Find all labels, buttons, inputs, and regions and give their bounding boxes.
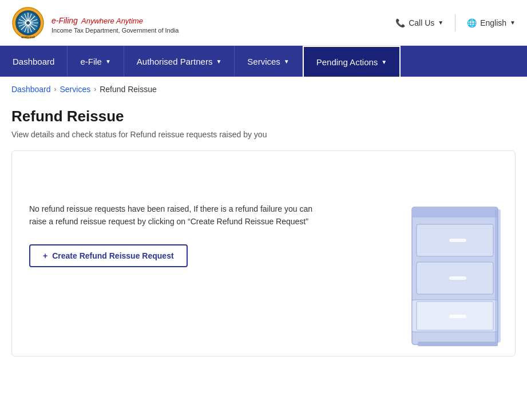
call-us-chevron-icon: ▼ <box>438 19 443 26</box>
logo-title: e-Filing Anywhere Anytime <box>51 12 179 27</box>
nav-label-dashboard: Dashboard <box>13 57 54 66</box>
globe-icon: 🌐 <box>467 18 477 27</box>
breadcrumb-sep-1: › <box>54 85 57 93</box>
nav-label-efile: e-File <box>80 57 102 66</box>
logo-subtitle: Income Tax Department, Government of Ind… <box>51 27 179 34</box>
card-message: No refund reissue requests have been rai… <box>29 203 327 228</box>
create-refund-reissue-button[interactable]: + Create Refund Reissue Request <box>29 244 188 267</box>
svg-rect-23 <box>449 276 466 280</box>
header: सत्यमेव जयते e-Filing Anywhere Anytime I… <box>0 0 527 46</box>
svg-text:सत्यमेव जयते: सत्यमेव जयते <box>21 35 35 39</box>
svg-rect-26 <box>449 315 466 318</box>
breadcrumb: Dashboard › Services › Refund Reissue <box>0 77 527 102</box>
svg-rect-19 <box>412 207 498 217</box>
cabinet-illustration <box>395 196 516 356</box>
nav-label-pending-actions: Pending Actions <box>316 57 378 67</box>
header-divider <box>455 14 455 31</box>
logo-brand: e-Filing <box>51 16 78 25</box>
authorised-partners-chevron-icon: ▼ <box>216 58 221 65</box>
language-chevron-icon: ▼ <box>510 19 516 26</box>
logo-text-area: e-Filing Anywhere Anytime Income Tax Dep… <box>51 12 179 34</box>
call-us-button[interactable]: 📞 Call Us ▼ <box>395 18 443 27</box>
nav-label-services: Services <box>247 57 280 66</box>
nav-item-pending-actions[interactable]: Pending Actions ▼ <box>303 46 401 77</box>
nav-item-services[interactable]: Services ▼ <box>235 46 302 77</box>
main-content: Refund Reissue View details and check st… <box>0 102 527 368</box>
nav-item-authorised-partners[interactable]: Authorised Partners ▼ <box>124 46 235 77</box>
nav-item-efile[interactable]: e-File ▼ <box>68 46 124 77</box>
plus-icon: + <box>43 251 47 260</box>
header-actions: 📞 Call Us ▼ 🌐 English ▼ <box>395 14 516 31</box>
services-chevron-icon: ▼ <box>284 58 290 65</box>
logo-area: सत्यमेव जयते e-Filing Anywhere Anytime I… <box>11 6 179 39</box>
efile-chevron-icon: ▼ <box>105 58 111 65</box>
nav-label-authorised-partners: Authorised Partners <box>137 57 213 66</box>
language-selector[interactable]: 🌐 English ▼ <box>467 18 516 27</box>
svg-rect-21 <box>449 239 466 242</box>
breadcrumb-services-link[interactable]: Services <box>60 85 91 94</box>
create-button-label: Create Refund Reissue Request <box>52 251 173 260</box>
call-us-label: Call Us <box>409 18 434 27</box>
svg-rect-28 <box>495 209 501 342</box>
pending-actions-chevron-icon: ▼ <box>381 59 387 65</box>
logo-tagline: Anywhere Anytime <box>81 17 143 25</box>
emblem-icon: सत्यमेव जयते <box>11 6 45 39</box>
svg-point-16 <box>26 21 30 25</box>
svg-rect-27 <box>418 342 498 346</box>
navbar: Dashboard e-File ▼ Authorised Partners ▼… <box>0 46 527 77</box>
breadcrumb-dashboard-link[interactable]: Dashboard <box>11 85 51 94</box>
refund-reissue-card: No refund reissue requests have been rai… <box>11 150 516 356</box>
breadcrumb-sep-2: › <box>94 85 96 93</box>
language-label: English <box>480 18 506 27</box>
page-title: Refund Reissue <box>11 108 516 125</box>
breadcrumb-current: Refund Reissue <box>100 85 157 94</box>
phone-icon: 📞 <box>395 18 405 27</box>
nav-item-dashboard[interactable]: Dashboard <box>0 46 68 77</box>
page-subtitle: View details and check status for Refund… <box>11 130 516 139</box>
